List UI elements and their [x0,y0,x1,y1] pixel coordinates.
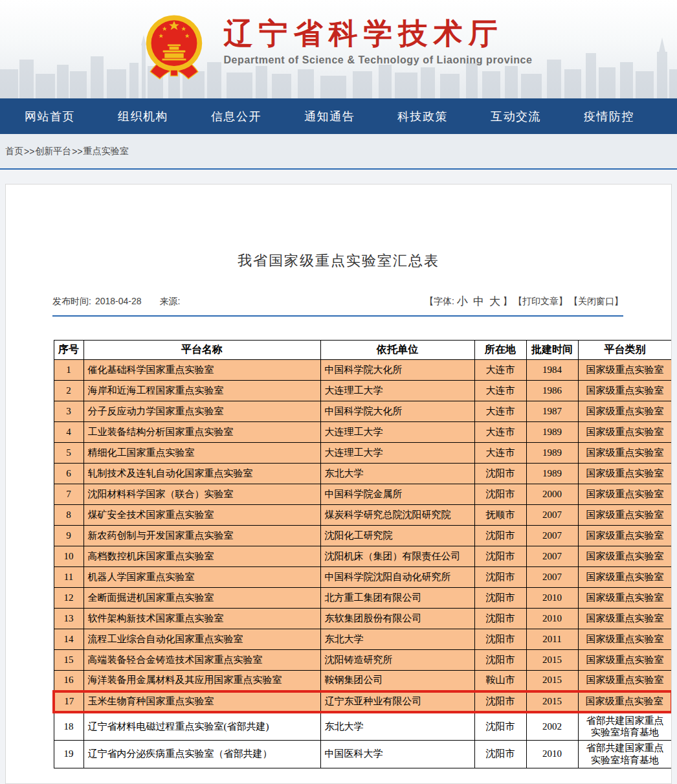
table-row: 7沈阳材料科学国家（联合）实验室中国科学院金属所沈阳市2000国家级重点实验室 [54,484,672,505]
cell-category: 国家级重点实验室 [578,588,672,609]
cell-location: 沈阳市 [474,526,526,546]
cell-year: 2002 [526,712,578,741]
cell-index: 8 [54,505,83,526]
cell-category: 国家级重点实验室 [578,609,672,629]
article-card: 我省国家级重点实验室汇总表 发布时间:2018-04-28来源: 【字体: 小 … [5,184,672,784]
cell-index: 11 [54,567,83,588]
cell-institution: 大连理工大学 [320,381,474,401]
publish-info: 发布时间:2018-04-28来源: [52,296,184,308]
cell-location: 大连市 [474,443,526,464]
table-row: 14流程工业综合自动化国家重点实验室东北大学沈阳市2011国家级重点实验室 [54,629,672,650]
publish-time-label: 发布时间: [52,296,91,306]
site-title: 辽宁省科学技术厅 [223,18,532,49]
cell-platform-name: 分子反应动力学国家重点实验室 [83,401,320,422]
cell-index: 16 [54,671,83,691]
cell-platform-name: 沈阳材料科学国家（联合）实验室 [83,484,320,505]
page-background: 我省国家级重点实验室汇总表 发布时间:2018-04-28来源: 【字体: 小 … [0,170,677,784]
nav-item-4[interactable]: 科技政策 [397,109,448,124]
nav-item-6[interactable]: 疫情防控 [584,109,634,124]
cell-category: 国家级重点实验室 [578,422,672,443]
font-size-medium-button[interactable]: 中 [473,294,484,309]
cell-index: 1 [54,360,83,381]
cell-location: 大连市 [474,381,526,401]
cell-platform-name: 海洋装备用金属材料及其应用国家重点实验室 [83,671,320,691]
cell-index: 5 [54,443,83,464]
cell-year: 1989 [526,464,578,484]
article-meta-bar: 发布时间:2018-04-28来源: 【字体: 小 中 大 】 【打印文章】 【… [52,294,623,309]
cell-platform-name: 新农药创制与开发国家重点实验室 [83,526,320,546]
cell-location: 沈阳市 [474,741,526,768]
cell-category: 国家级重点实验室 [578,381,672,401]
cell-location: 沈阳市 [474,609,526,629]
font-size-large-button[interactable]: 大 [489,294,500,309]
cell-year: 2007 [526,505,578,526]
cell-year: 2007 [526,567,578,588]
cell-institution: 中国科学院大化所 [320,401,474,422]
cell-year: 2015 [526,691,578,712]
table-row-highlighted: 17玉米生物育种国家重点实验室辽宁东亚种业有限公司沈阳市2015国家级重点实验室 [54,691,672,712]
table-row: 11机器人学国家重点实验室中国科学院沈阳自动化研究所沈阳市2007国家级重点实验… [54,567,672,588]
cell-platform-name: 玉米生物育种国家重点实验室 [83,691,320,712]
cell-index: 13 [54,609,83,629]
table-row: 12全断面掘进机国家重点实验室北方重工集团有限公司沈阳市2010国家级重点实验室 [54,588,672,609]
cell-index: 19 [54,741,83,768]
blue-divider-line [52,315,623,317]
table-row: 9新农药创制与开发国家重点实验室沈阳化工研究院沈阳市2007国家级重点实验室 [54,526,672,546]
site-subtitle-english: Department of Science & Technology of Li… [223,54,532,66]
cell-category: 国家级重点实验室 [578,671,672,691]
cell-institution: 大连理工大学 [320,443,474,464]
cell-institution: 中国科学院沈阳自动化研究所 [320,567,474,588]
font-size-label-prefix: 【字体: [425,296,454,308]
cell-year: 1989 [526,443,578,464]
cell-location: 沈阳市 [474,691,526,712]
cell-category: 国家级重点实验室 [578,484,672,505]
table-row: 2海岸和近海工程国家重点实验室大连理工大学大连市1986国家级重点实验室 [54,381,672,401]
cell-location: 抚顺市 [474,505,526,526]
cell-location: 沈阳市 [474,588,526,609]
cell-platform-name: 煤矿安全技术国家重点实验室 [83,505,320,526]
cell-location: 沈阳市 [474,629,526,650]
font-size-small-button[interactable]: 小 [457,294,468,309]
table-header-row: 序号 平台名称 依托单位 所在地 批建时间 平台类别 [54,341,672,360]
font-size-label-suffix: 】 [503,296,512,308]
nav-item-2[interactable]: 信息公开 [211,109,261,124]
cell-institution: 中国科学院金属所 [320,484,474,505]
cell-index: 3 [54,401,83,422]
table-row: 4工业装备结构分析国家重点实验室大连理工大学大连市1989国家级重点实验室 [54,422,672,443]
cell-platform-name: 流程工业综合自动化国家重点实验室 [83,629,320,650]
table-row: 8煤矿安全技术国家重点实验室煤炭科学研究总院沈阳研究院抚顺市2007国家级重点实… [54,505,672,526]
cell-institution: 东北大学 [320,629,474,650]
breadcrumb-innovation-platform[interactable]: 创新平台 [35,146,71,157]
cell-institution: 东北大学 [320,712,474,741]
cell-year: 2010 [526,741,578,768]
nav-item-5[interactable]: 互动交流 [491,109,541,124]
cell-institution: 东软集团股份有限公司 [320,609,474,629]
source-label: 来源: [160,296,181,306]
cell-year: 2000 [526,484,578,505]
cell-location: 沈阳市 [474,546,526,567]
cell-year: 1986 [526,381,578,401]
cell-index: 10 [54,546,83,567]
cell-platform-name: 全断面掘进机国家重点实验室 [83,588,320,609]
breadcrumb-home[interactable]: 首页 [5,146,23,157]
print-article-button[interactable]: 【打印文章】 [513,296,568,308]
cell-year: 2010 [526,609,578,629]
header-index: 序号 [54,341,83,360]
cell-year: 1989 [526,422,578,443]
cell-index: 4 [54,422,83,443]
header-platform-name: 平台名称 [83,341,320,360]
nav-item-1[interactable]: 组织机构 [118,109,168,124]
cell-institution: 北方重工集团有限公司 [320,588,474,609]
cell-institution: 中国医科大学 [320,741,474,768]
breadcrumb: 首页 >> 创新平台 >> 重点实验室 [0,134,677,170]
cell-location: 沈阳市 [474,567,526,588]
close-window-button[interactable]: 【关闭窗口】 [569,296,623,308]
nav-item-0[interactable]: 网站首页 [25,109,75,124]
nav-item-3[interactable]: 通知通告 [304,109,355,124]
cell-year: 2011 [526,629,578,650]
site-banner: 辽宁省科学技术厅 Department of Science & Technol… [0,0,677,98]
cell-year: 1984 [526,360,578,381]
cell-location: 大连市 [474,401,526,422]
cell-category: 国家级重点实验室 [578,360,672,381]
cell-category: 国家级重点实验室 [578,567,672,588]
